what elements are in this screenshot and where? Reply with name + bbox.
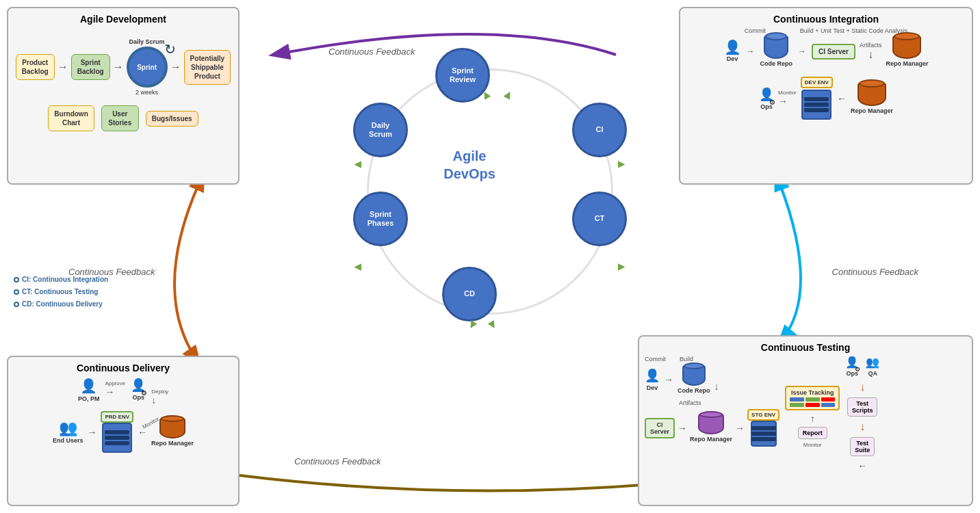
po-pm-person: 👤 PO, PM <box>78 378 100 402</box>
stg-env-label: STG ENV <box>747 409 779 421</box>
ct-arrow-down-scripts: ↓ <box>860 381 865 393</box>
ci-node: CI <box>572 103 627 157</box>
arrow-approve: → <box>105 386 114 397</box>
ct-col-labels: Commit Build <box>645 356 779 363</box>
legend-cd: CD: Continuous Delivery <box>14 298 108 311</box>
commit-label: Commit <box>745 27 766 34</box>
arrow-3: → <box>170 61 181 73</box>
continuous-integration-box: Continuous Integration Commit Build + Un… <box>679 7 973 185</box>
ci-title: Continuous Integration <box>686 14 966 25</box>
ct-down-flow: ↓ <box>714 381 719 392</box>
legend-box: CI: Continuous Integration CT: Continuou… <box>14 274 108 311</box>
repo-manager-label: Repo Manager <box>886 60 928 67</box>
ct-ci-server-pill: CIServer <box>645 418 675 438</box>
daily-scrum-node: DailyScrum <box>353 103 408 157</box>
monitor-arrow-col: Monitor → <box>778 90 797 107</box>
ci-top-flow: 👤 Dev → Code Repo → CI Server Artifacts … <box>686 36 966 67</box>
potentially-shippable-pill: Potentially Shippable Product <box>184 50 231 85</box>
artifacts-col: Artifacts ↓ <box>860 42 882 61</box>
legend-ci-dot <box>14 277 19 282</box>
ct-title: Continuous Testing <box>645 342 966 353</box>
continuous-testing-box: Continuous Testing Commit Build 👤 Dev → … <box>638 335 973 506</box>
ct-artifacts-label: Artifacts <box>679 399 701 406</box>
ct-ci-server-row: CIServer → Repo Manager → STG ENV <box>645 409 779 447</box>
issue-tracking-container: Issue Tracking ↑ Report Monitor <box>785 363 840 471</box>
product-backlog-item: Product Backlog <box>16 54 55 80</box>
sprint-circle: Sprint <box>127 47 168 88</box>
arrow-users-prd: → <box>87 427 96 438</box>
ci-column-labels: Commit Build + Unit Test + Static Code A… <box>686 27 966 34</box>
deploy-col: Deploy ↓ <box>151 389 168 406</box>
green-arrow-4: ▲ <box>615 261 630 274</box>
ct-node: CT <box>572 192 627 246</box>
feedback-top: Continuous Feedback <box>328 47 415 57</box>
dev-env-container: DEV ENV <box>801 77 833 120</box>
ct-artifacts-row: Artifacts <box>645 399 779 406</box>
bugs-issues-pill: Bugs/Issues <box>146 111 198 127</box>
issue-tracking-label: Issue Tracking <box>790 389 835 396</box>
legend-ci: CI: Continuous Integration <box>14 274 108 286</box>
po-pm-icon: 👤 <box>80 378 97 394</box>
legend-cd-text: CD: Continuous Delivery <box>22 298 103 311</box>
legend-ct-text: CT: Continuous Testing <box>22 286 98 298</box>
cd-repo-icon <box>159 418 185 438</box>
ci-bottom-flow: 👤 ⚙ Ops Monitor → DEV ENV ← Repo Manager <box>686 77 966 120</box>
ct-arrow-down1: ↓ <box>714 381 719 392</box>
cd-ops-gear-icon: ⚙ <box>141 389 147 397</box>
ci-server-pill: CI Server <box>812 44 855 60</box>
burndown-chart-pill: Burndown Chart <box>48 105 94 131</box>
test-suite-pill: TestSuite <box>850 437 875 456</box>
dev-icon: 👤 <box>724 40 741 54</box>
cd-ops-person: 👤 ⚙ Ops <box>131 378 146 401</box>
ct-commit-label: Commit <box>645 356 666 363</box>
repo-manager2-label: Repo Manager <box>851 107 893 114</box>
ct-dev-icon: 👤 <box>645 368 660 383</box>
arrow-deploy-down: ↓ <box>151 395 156 406</box>
ct-ops-person: 👤 ⚙ Ops <box>845 356 859 377</box>
legend-ct: CT: Continuous Testing <box>14 286 108 298</box>
code-repo-icon <box>764 36 788 59</box>
arrow-2: → <box>113 61 124 73</box>
ct-arrow-down-suite: ↓ <box>860 421 865 433</box>
code-repo-label: Code Repo <box>760 60 793 67</box>
test-scripts-pill: TestScripts <box>847 397 878 417</box>
center-devops-label: AgileDevOps <box>435 147 504 183</box>
arrow-monitor: → <box>778 96 788 107</box>
daily-scrum-label: Daily Scrum <box>129 38 165 45</box>
green-arrow-7: ▲ <box>350 261 365 274</box>
center-devops-diagram: AgileDevOps SprintReview CI CT CD Sprint… <box>346 34 634 417</box>
report-pill: Report <box>798 427 827 439</box>
green-arrow-8: ▲ <box>350 159 365 171</box>
ct-qa-person: 👥 QA <box>866 356 879 377</box>
ct-arrow-dev: → <box>664 374 673 385</box>
issue-tracking-box: Issue Tracking <box>785 386 840 410</box>
agile-development-box: Agile Development Product Backlog → Spri… <box>7 7 240 185</box>
user-stories-pill: User Stories <box>101 105 139 131</box>
green-arrow-5: ▲ <box>484 316 502 334</box>
repo-manager-icon <box>892 36 921 59</box>
ops-gear-icon: ⚙ <box>769 98 775 106</box>
code-repo-container: Code Repo <box>760 36 793 67</box>
ct-arrow-stg: → <box>735 423 745 434</box>
ct-dev-label: Dev <box>647 384 658 391</box>
dev-env-label: DEV ENV <box>801 77 833 88</box>
end-users-icon: 👥 <box>59 421 77 436</box>
po-pm-label: PO, PM <box>78 395 100 402</box>
arrow-1: → <box>57 61 68 73</box>
cd-title: Continuous Delivery <box>14 363 233 373</box>
ct-qa-icon: 👥 <box>866 356 879 369</box>
ct-monitor-label2: Monitor <box>803 442 822 448</box>
sprint-phases-node: SprintPhases <box>353 192 408 246</box>
approve-label: Approve <box>105 380 125 386</box>
ct-ops-qa-row: 👤 ⚙ Ops 👥 QA <box>845 356 879 377</box>
continuous-delivery-box: Continuous Delivery 👤 PO, PM Approve → 👤… <box>7 356 240 506</box>
feedback-bottom: Continuous Feedback <box>294 456 381 466</box>
ct-dev-person: 👤 Dev <box>645 368 660 391</box>
ops-person: 👤 ⚙ Ops <box>759 87 774 110</box>
approve-col: Approve → <box>105 380 125 397</box>
ct-right-col: 👤 ⚙ Ops 👥 QA ↓ TestScripts ↓ TestSuite ← <box>845 356 879 471</box>
cd-node: CD <box>442 267 497 321</box>
ct-repo-label: Repo Manager <box>690 436 732 443</box>
ct-dev-flow: 👤 Dev → Code Repo ↓ <box>645 365 779 394</box>
product-backlog-pill: Product Backlog <box>16 54 55 80</box>
